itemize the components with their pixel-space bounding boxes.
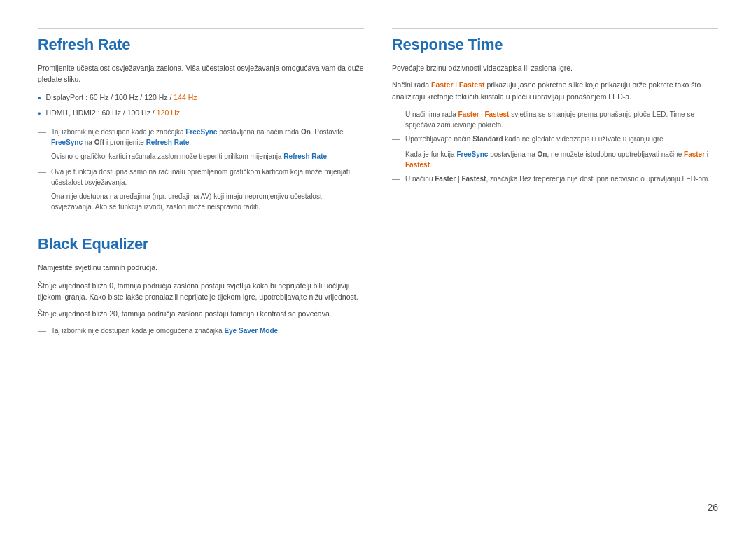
black-equalizer-detail-2: Što je vrijednost bliža 20, tamnija podr… <box>38 308 364 319</box>
response-time-note-intro: Načini rada Faster i Fastest prikazuju j… <box>392 79 718 102</box>
bullet-displayport: DisplayPort : 60 Hz / 100 Hz / 120 Hz / … <box>38 92 364 106</box>
response-note-1: — U načinima rada Faster i Fastest svjet… <box>392 109 718 130</box>
black-equalizer-title: Black Equalizer <box>38 235 364 253</box>
page-number: 26 <box>707 502 718 513</box>
refresh-note-3: — Ova je funkcija dostupna samo na račun… <box>38 167 364 188</box>
response-time-intro: Povećajte brzinu odzivnosti videozapisa … <box>392 62 718 73</box>
black-equalizer-note: — Taj izbornik nije dostupan kada je omo… <box>38 325 364 337</box>
refresh-note-2: — Ovisno o grafičkoj kartici računala za… <box>38 151 364 163</box>
response-time-section: Response Time Povećajte brzinu odzivnost… <box>392 36 718 189</box>
refresh-note-1: — Taj izbornik nije dostupan kada je zna… <box>38 127 364 148</box>
response-time-title: Response Time <box>392 36 718 54</box>
black-equalizer-detail-1: Što je vrijednost bliža 0, tamnija podru… <box>38 280 364 303</box>
refresh-rate-title: Refresh Rate <box>38 36 364 54</box>
refresh-rate-intro: Promijenite učestalost osvježavanja zasl… <box>38 62 364 85</box>
black-equalizer-intro: Namjestite svjetlinu tamnih područja. <box>38 262 364 273</box>
page: Refresh Rate Promijenite učestalost osvj… <box>0 0 756 534</box>
refresh-rate-bullets: DisplayPort : 60 Hz / 100 Hz / 120 Hz / … <box>38 92 364 121</box>
response-note-2: — Upotrebljavajte način Standard kada ne… <box>392 134 718 146</box>
response-note-3: — Kada je funkcija FreeSync postavljena … <box>392 149 718 170</box>
refresh-note-4: — Ona nije dostupna na uređajima (npr. u… <box>38 191 364 212</box>
bullet-hdmi: HDMI1, HDMI2 : 60 Hz / 100 Hz / 120 Hz <box>38 108 364 121</box>
refresh-rate-section: Refresh Rate Promijenite učestalost osvj… <box>38 36 364 341</box>
response-note-4: — U načinu Faster | Fastest, značajka Be… <box>392 174 718 185</box>
